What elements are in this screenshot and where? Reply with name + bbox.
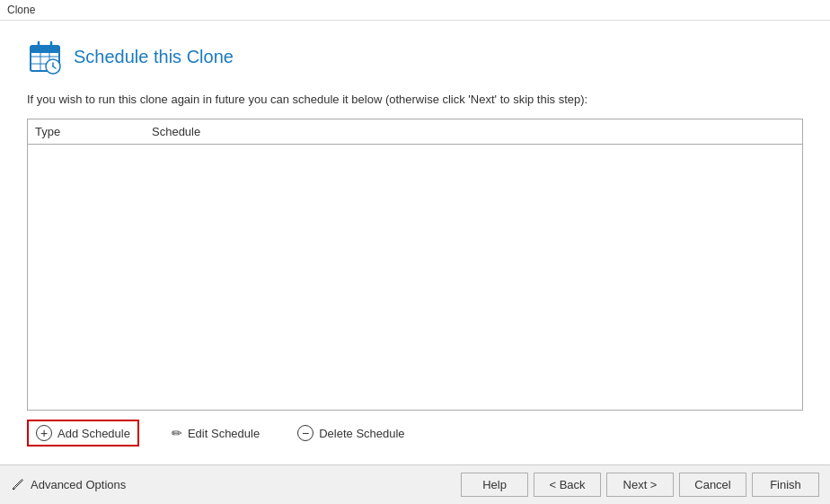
schedule-table: Type Schedule [27,119,803,411]
advanced-options-button[interactable]: Advanced Options [11,478,126,492]
wrench-icon [11,478,25,492]
svg-line-11 [13,489,14,490]
next-button[interactable]: Next > [606,473,674,497]
svg-rect-1 [31,46,59,53]
schedule-actions: + Add Schedule ✏ Edit Schedule − Delete … [27,411,803,455]
plus-icon: + [36,425,52,441]
advanced-options-label: Advanced Options [31,478,126,491]
col-type-header: Type [35,125,152,138]
edit-schedule-label: Edit Schedule [188,427,260,440]
schedule-icon [27,39,63,75]
delete-schedule-button[interactable]: − Delete Schedule [292,421,410,445]
title-bar: Clone [0,0,830,21]
col-schedule-header: Schedule [152,125,795,138]
add-schedule-button[interactable]: + Add Schedule [27,420,139,447]
minus-icon: − [297,425,313,441]
delete-schedule-label: Delete Schedule [319,427,404,440]
page-title: Schedule this Clone [74,47,234,67]
page-header: Schedule this Clone [27,39,803,75]
finish-button[interactable]: Finish [752,473,819,497]
bottom-bar: Advanced Options Help < Back Next > Canc… [0,464,830,504]
add-schedule-label: Add Schedule [57,427,130,440]
main-content: Schedule this Clone If you wish to run t… [0,21,830,464]
pencil-icon: ✏ [172,426,182,440]
table-body [28,145,802,410]
back-button[interactable]: < Back [534,473,601,497]
description-text: If you wish to run this clone again in f… [27,93,803,106]
cancel-button[interactable]: Cancel [679,473,746,497]
edit-schedule-button[interactable]: ✏ Edit Schedule [166,422,265,444]
table-header: Type Schedule [28,119,802,145]
help-button[interactable]: Help [461,473,528,497]
bottom-buttons: Help < Back Next > Cancel Finish [461,473,819,497]
window-title: Clone [7,4,35,16]
